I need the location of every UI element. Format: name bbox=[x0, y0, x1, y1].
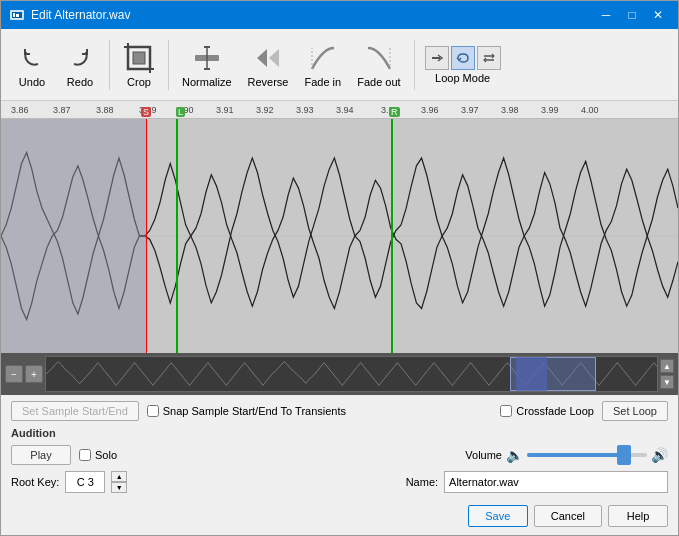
mini-waveform-canvas[interactable] bbox=[45, 356, 658, 392]
ruler-mark-9: 3.94 bbox=[336, 105, 354, 115]
crop-icon bbox=[123, 42, 155, 74]
scroll-down-button[interactable]: ▼ bbox=[660, 375, 674, 389]
crop-button[interactable]: Crop bbox=[116, 39, 162, 91]
speaker-high-icon: 🔊 bbox=[651, 447, 668, 463]
root-key-area: Root Key: ▲ ▼ bbox=[11, 471, 127, 493]
ruler-mark-3: 3.88 bbox=[96, 105, 114, 115]
fade-in-label: Fade in bbox=[304, 76, 341, 88]
cancel-button[interactable]: Cancel bbox=[534, 505, 602, 527]
fade-in-button[interactable]: Fade in bbox=[297, 39, 348, 91]
redo-icon bbox=[64, 42, 96, 74]
ruler-mark-11: 3.96 bbox=[421, 105, 439, 115]
waveform-area[interactable] bbox=[1, 119, 678, 353]
loop-mode-pingpong-button[interactable] bbox=[477, 46, 501, 70]
solo-label: Solo bbox=[95, 449, 117, 461]
undo-button[interactable]: Undo bbox=[9, 39, 55, 91]
solo-checkbox-label[interactable]: Solo bbox=[79, 449, 117, 461]
root-key-input[interactable] bbox=[65, 471, 105, 493]
fade-out-label: Fade out bbox=[357, 76, 400, 88]
name-area: Name: bbox=[406, 471, 668, 493]
scroll-up-button[interactable]: ▲ bbox=[660, 359, 674, 373]
title-controls: ─ □ ✕ bbox=[594, 5, 670, 25]
audition-label: Audition bbox=[11, 427, 56, 439]
ruler-mark-7: 3.92 bbox=[256, 105, 274, 115]
play-button[interactable]: Play bbox=[11, 445, 71, 465]
crossfade-label: Crossfade Loop bbox=[516, 405, 594, 417]
ruler-mark-8: 3.93 bbox=[296, 105, 314, 115]
root-key-label: Root Key: bbox=[11, 476, 59, 488]
solo-checkbox[interactable] bbox=[79, 449, 91, 461]
reverse-button[interactable]: Reverse bbox=[241, 39, 296, 91]
snap-label: Snap Sample Start/End To Transients bbox=[163, 405, 346, 417]
footer: Save Cancel Help bbox=[1, 499, 678, 535]
loop-mode-forward-button[interactable] bbox=[425, 46, 449, 70]
loop-mode-group: Loop Mode bbox=[425, 46, 501, 84]
save-button[interactable]: Save bbox=[468, 505, 528, 527]
svg-marker-11 bbox=[257, 49, 267, 67]
snap-checkbox-label[interactable]: Snap Sample Start/End To Transients bbox=[147, 405, 346, 417]
volume-slider[interactable] bbox=[527, 453, 647, 457]
volume-track bbox=[527, 453, 623, 457]
undo-icon bbox=[16, 42, 48, 74]
loop-mode-loop-button[interactable] bbox=[451, 46, 475, 70]
snap-checkbox[interactable] bbox=[147, 405, 159, 417]
volume-area: Volume 🔈 🔊 bbox=[465, 447, 668, 463]
speaker-icon: 🔈 bbox=[506, 447, 523, 463]
root-key-name-row: Root Key: ▲ ▼ Name: bbox=[11, 471, 668, 493]
ruler-mark-12: 3.97 bbox=[461, 105, 479, 115]
name-label: Name: bbox=[406, 476, 438, 488]
redo-button[interactable]: Redo bbox=[57, 39, 103, 91]
crop-label: Crop bbox=[127, 76, 151, 88]
loop-mode-label: Loop Mode bbox=[435, 72, 490, 84]
normalize-icon bbox=[191, 42, 223, 74]
crossfade-checkbox[interactable] bbox=[500, 405, 512, 417]
waveform-svg bbox=[1, 119, 678, 353]
separator-3 bbox=[414, 40, 415, 90]
svg-rect-5 bbox=[133, 52, 145, 64]
normalize-label: Normalize bbox=[182, 76, 232, 88]
maximize-button[interactable]: □ bbox=[620, 5, 644, 25]
title-bar-left: Edit Alternator.wav bbox=[9, 7, 130, 23]
svg-rect-3 bbox=[16, 14, 19, 17]
ruler-mark-2: 3.87 bbox=[53, 105, 71, 115]
volume-thumb[interactable] bbox=[617, 445, 631, 465]
svg-rect-2 bbox=[13, 13, 15, 17]
name-input[interactable] bbox=[444, 471, 668, 493]
controls-area: Set Sample Start/End Snap Sample Start/E… bbox=[1, 395, 678, 499]
minimize-button[interactable]: ─ bbox=[594, 5, 618, 25]
separator-1 bbox=[109, 40, 110, 90]
set-sample-button[interactable]: Set Sample Start/End bbox=[11, 401, 139, 421]
waveform-container[interactable]: 3.86 3.87 3.88 3.89 3.90 3.91 3.92 3.93 … bbox=[1, 101, 678, 353]
redo-label: Redo bbox=[67, 76, 93, 88]
root-key-spinner: ▲ ▼ bbox=[111, 471, 127, 493]
window-title: Edit Alternator.wav bbox=[31, 8, 130, 22]
ruler-mark-6: 3.91 bbox=[216, 105, 234, 115]
loop-end-ruler-marker: R bbox=[389, 107, 400, 117]
ruler-mark-14: 3.99 bbox=[541, 105, 559, 115]
audition-row: Audition bbox=[11, 427, 668, 439]
playhead-ruler-marker: S bbox=[141, 107, 151, 117]
mini-waveform-bar: − + ▲ ▼ bbox=[1, 353, 678, 395]
volume-label: Volume bbox=[465, 449, 502, 461]
fade-out-icon bbox=[363, 42, 395, 74]
waveform-ruler: 3.86 3.87 3.88 3.89 3.90 3.91 3.92 3.93 … bbox=[1, 101, 678, 119]
ruler-mark-1: 3.86 bbox=[11, 105, 29, 115]
zoom-out-button[interactable]: − bbox=[5, 365, 23, 383]
normalize-button[interactable]: Normalize bbox=[175, 39, 239, 91]
root-key-up-button[interactable]: ▲ bbox=[111, 471, 127, 482]
loop-start-ruler-marker: L bbox=[176, 107, 185, 117]
mini-loop-region bbox=[516, 357, 547, 391]
crossfade-checkbox-label[interactable]: Crossfade Loop bbox=[500, 405, 594, 417]
ruler-mark-13: 3.98 bbox=[501, 105, 519, 115]
mini-scroll-arrows: ▲ ▼ bbox=[660, 359, 674, 389]
set-loop-button[interactable]: Set Loop bbox=[602, 401, 668, 421]
root-key-down-button[interactable]: ▼ bbox=[111, 482, 127, 493]
fade-out-button[interactable]: Fade out bbox=[350, 39, 407, 91]
main-window: Edit Alternator.wav ─ □ ✕ Undo bbox=[0, 0, 679, 536]
controls-row-1: Set Sample Start/End Snap Sample Start/E… bbox=[11, 401, 668, 421]
close-button[interactable]: ✕ bbox=[646, 5, 670, 25]
zoom-in-button[interactable]: + bbox=[25, 365, 43, 383]
reverse-label: Reverse bbox=[248, 76, 289, 88]
ruler-mark-15: 4.00 bbox=[581, 105, 599, 115]
help-button[interactable]: Help bbox=[608, 505, 668, 527]
